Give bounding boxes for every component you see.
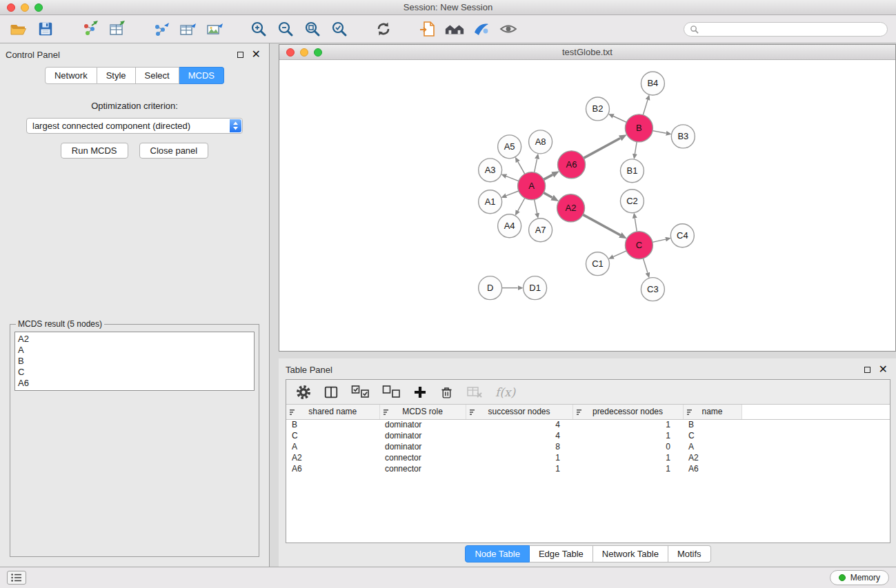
- import-table-button[interactable]: [106, 19, 127, 39]
- show-graphics-details-button[interactable]: [498, 19, 519, 39]
- open-session-button[interactable]: [8, 19, 29, 39]
- graph-node-D[interactable]: D: [479, 276, 502, 300]
- graph-edge-A-A4[interactable]: [518, 198, 525, 211]
- column-header-name[interactable]: name: [683, 405, 741, 419]
- float-table-panel-button[interactable]: [864, 367, 870, 373]
- graph-edge-C-C1[interactable]: [613, 251, 626, 256]
- graph-edge-A-A5[interactable]: [518, 162, 525, 174]
- unselect-all-columns-button[interactable]: [382, 383, 401, 401]
- delete-column-button[interactable]: [439, 383, 454, 401]
- close-table-panel-button[interactable]: ✕: [879, 365, 888, 374]
- graph-node-C2[interactable]: C2: [620, 190, 644, 213]
- graph-edge-A-A7[interactable]: [535, 199, 537, 213]
- graph-node-B4[interactable]: B4: [641, 72, 664, 95]
- graph-edge-B-B3[interactable]: [653, 131, 666, 134]
- mcds-result-item[interactable]: A6: [18, 378, 251, 389]
- network-close-button[interactable]: [286, 48, 295, 57]
- create-column-button[interactable]: [413, 383, 427, 401]
- zoom-out-button[interactable]: [275, 19, 296, 39]
- graph-edge-C-C2[interactable]: [635, 218, 637, 231]
- graph-node-C3[interactable]: C3: [641, 278, 664, 301]
- style-button[interactable]: [471, 19, 492, 39]
- graph-node-A6[interactable]: A6: [558, 151, 586, 179]
- graph-edge-A-A8[interactable]: [535, 159, 537, 172]
- mcds-result-item[interactable]: C: [18, 367, 251, 378]
- save-session-button[interactable]: [35, 19, 56, 39]
- tab-select[interactable]: Select: [136, 67, 179, 84]
- table-row[interactable]: A2connector11A2: [286, 452, 890, 463]
- search-input[interactable]: [702, 24, 882, 34]
- graph-node-D1[interactable]: D1: [524, 276, 547, 300]
- graph-node-C[interactable]: C: [625, 232, 653, 259]
- graph-node-A1[interactable]: A1: [479, 190, 502, 214]
- task-history-button[interactable]: [7, 571, 26, 585]
- graph-node-A4[interactable]: A4: [498, 214, 521, 238]
- memory-button[interactable]: Memory: [830, 570, 889, 585]
- close-mcds-panel-button[interactable]: Close panel: [139, 143, 209, 159]
- column-header-mcds-role[interactable]: MCDS role: [379, 405, 466, 419]
- graph-node-A8[interactable]: A8: [529, 130, 552, 154]
- delete-table-button[interactable]: [466, 383, 483, 401]
- graph-edge-A-A6[interactable]: [544, 174, 552, 179]
- run-mcds-button[interactable]: Run MCDS: [61, 143, 128, 159]
- tab-node-table[interactable]: Node Table: [465, 545, 530, 562]
- graph-edge-B-B4[interactable]: [643, 100, 648, 115]
- mcds-result-item[interactable]: A2: [18, 334, 251, 345]
- node-table-scroll[interactable]: shared nameMCDS rolesuccessor nodesprede…: [286, 405, 890, 543]
- graph-edge-B-B2[interactable]: [613, 116, 626, 123]
- tab-network-table[interactable]: Network Table: [593, 545, 668, 562]
- refresh-layout-button[interactable]: [373, 19, 394, 39]
- tab-network[interactable]: Network: [45, 67, 97, 84]
- tab-style[interactable]: Style: [97, 67, 136, 84]
- column-header-predecessor-nodes[interactable]: predecessor nodes: [573, 405, 683, 419]
- network-minimize-button[interactable]: [300, 48, 308, 57]
- network-canvas[interactable]: B4B2BB3A5A8A6A3AB1A1A2C2A4A7C4CC1DD1C3: [279, 60, 895, 351]
- zoom-window-button[interactable]: [34, 3, 43, 12]
- graph-node-B[interactable]: B: [625, 114, 653, 142]
- criterion-dropdown[interactable]: largest connected component (directed): [26, 118, 243, 134]
- import-network-button[interactable]: [79, 19, 100, 39]
- zoom-selected-button[interactable]: [329, 19, 350, 39]
- table-row[interactable]: Cdominator41C: [286, 430, 890, 441]
- graph-node-B1[interactable]: B1: [620, 159, 644, 183]
- mcds-result-item[interactable]: B: [18, 356, 251, 367]
- graph-node-A5[interactable]: A5: [498, 135, 521, 159]
- graph-edge-A2-C[interactable]: [583, 214, 620, 235]
- table-row[interactable]: Adominator80A: [286, 441, 890, 452]
- export-image-button[interactable]: [204, 19, 225, 39]
- graph-node-B2[interactable]: B2: [586, 97, 610, 121]
- graph-node-A[interactable]: A: [518, 172, 546, 200]
- document-tool-button[interactable]: [417, 19, 438, 39]
- column-header-shared-name[interactable]: shared name: [286, 405, 379, 419]
- column-header-successor-nodes[interactable]: successor nodes: [466, 405, 573, 419]
- zoom-in-button[interactable]: [248, 19, 269, 39]
- function-builder-button[interactable]: f(x): [495, 383, 515, 401]
- tab-edge-table[interactable]: Edge Table: [530, 545, 593, 562]
- close-panel-button[interactable]: ✕: [252, 50, 261, 59]
- table-row[interactable]: A6connector11A6: [286, 463, 890, 474]
- graph-edge-A-A3[interactable]: [506, 176, 519, 181]
- graph-node-A2[interactable]: A2: [557, 194, 585, 222]
- graph-edge-C-C4[interactable]: [653, 239, 666, 242]
- graph-node-A7[interactable]: A7: [529, 219, 552, 242]
- table-settings-button[interactable]: [296, 383, 311, 401]
- graph-edge-A-A2[interactable]: [544, 193, 552, 198]
- float-panel-button[interactable]: [237, 52, 243, 58]
- close-window-button[interactable]: [7, 3, 15, 12]
- table-row[interactable]: Bdominator41B: [286, 419, 890, 430]
- graph-edge-B-B1[interactable]: [635, 142, 637, 154]
- tab-mcds[interactable]: MCDS: [179, 67, 224, 84]
- show-columns-button[interactable]: [323, 383, 339, 401]
- graph-node-A3[interactable]: A3: [479, 159, 502, 182]
- minimize-window-button[interactable]: [21, 3, 29, 12]
- graph-node-C1[interactable]: C1: [586, 252, 610, 276]
- mcds-result-item[interactable]: A: [18, 345, 251, 356]
- network-zoom-button[interactable]: [314, 48, 322, 57]
- tab-motifs[interactable]: Motifs: [668, 545, 711, 562]
- export-table-button[interactable]: [177, 19, 198, 39]
- select-all-columns-button[interactable]: [351, 383, 370, 401]
- home-button[interactable]: [444, 19, 465, 39]
- zoom-fit-button[interactable]: [302, 19, 323, 39]
- graph-edge-A6-B[interactable]: [584, 139, 620, 159]
- graph-node-C4[interactable]: C4: [670, 224, 694, 247]
